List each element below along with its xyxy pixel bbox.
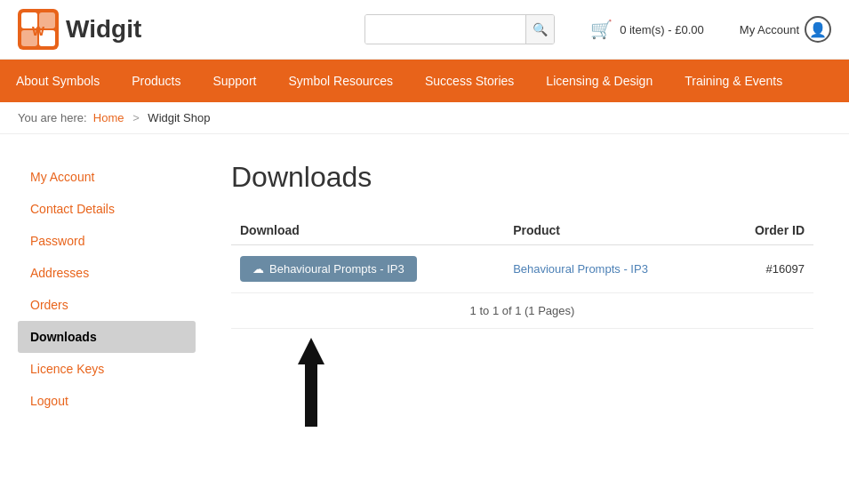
search-icon: 🔍 (533, 22, 548, 36)
nav-about-symbols[interactable]: About Symbols (0, 60, 116, 102)
nav-products[interactable]: Products (116, 60, 196, 102)
sidebar-item-licence-keys[interactable]: Licence Keys (18, 353, 196, 385)
site-header: w Widgit 🔍 🛒 0 item(s) - £0.00 My Accoun… (0, 0, 849, 60)
table-header: Download Product Order ID (231, 216, 813, 245)
col-product: Product (504, 216, 718, 245)
nav-training[interactable]: Training & Events (669, 60, 798, 102)
col-order-id: Order ID (718, 216, 813, 245)
person-icon: 👤 (809, 21, 827, 38)
pagination-text: 1 to 1 of 1 (1 Pages) (231, 293, 813, 329)
breadcrumb-current: Widgit Shop (148, 111, 210, 124)
sidebar-item-logout[interactable]: Logout (18, 385, 196, 417)
order-id-cell: #16097 (718, 245, 813, 293)
arrow-annotation (231, 329, 813, 436)
download-button[interactable]: ☁ Behavioural Prompts - IP3 (240, 256, 417, 282)
nav-licensing[interactable]: Licensing & Design (530, 60, 669, 102)
sidebar-item-downloads[interactable]: Downloads (18, 321, 196, 353)
account-text: My Account (740, 23, 799, 36)
downloads-table: Download Product Order ID ☁ Behavioural … (231, 216, 813, 329)
search-form: 🔍 (364, 14, 555, 44)
sidebar-item-addresses[interactable]: Addresses (18, 257, 196, 289)
logo-icon: w (18, 9, 59, 50)
search-input[interactable] (365, 15, 525, 44)
page-title: Downloads (231, 161, 813, 194)
svg-text:w: w (31, 21, 45, 39)
breadcrumb-home[interactable]: Home (93, 111, 124, 124)
main-content: My Account Contact Details Password Addr… (0, 134, 849, 490)
nav-success-stories[interactable]: Success Stories (409, 60, 530, 102)
cart-icon: 🛒 (590, 19, 613, 40)
logo-link[interactable]: w Widgit (18, 9, 141, 50)
nav-support[interactable]: Support (196, 60, 272, 102)
download-btn-label: Behavioural Prompts - IP3 (269, 262, 404, 276)
nav-symbol-resources[interactable]: Symbol Resources (272, 60, 409, 102)
cloud-download-icon: ☁ (252, 262, 264, 276)
breadcrumb-prefix: You are here: (18, 111, 90, 124)
arrow-svg (293, 338, 329, 427)
cart-area[interactable]: 🛒 0 item(s) - £0.00 (590, 19, 704, 40)
cart-text: 0 item(s) - £0.00 (620, 23, 704, 36)
table-row: ☁ Behavioural Prompts - IP3 Behavioural … (231, 245, 813, 293)
nav-bar: About Symbols Products Support Symbol Re… (0, 60, 849, 102)
logo-text: Widgit (66, 15, 141, 44)
content-area: Downloads Download Product Order ID ☁ Be… (213, 152, 831, 472)
sidebar-item-orders[interactable]: Orders (18, 289, 196, 321)
sidebar-item-my-account[interactable]: My Account (18, 161, 196, 193)
table-body: ☁ Behavioural Prompts - IP3 Behavioural … (231, 245, 813, 329)
sidebar: My Account Contact Details Password Addr… (18, 161, 196, 472)
download-cell: ☁ Behavioural Prompts - IP3 (231, 245, 504, 293)
svg-marker-6 (298, 338, 324, 427)
search-button[interactable]: 🔍 (525, 15, 554, 44)
pagination-row: 1 to 1 of 1 (1 Pages) (231, 293, 813, 329)
col-download: Download (231, 216, 504, 245)
product-cell: Behavioural Prompts - IP3 (504, 245, 718, 293)
sidebar-item-password[interactable]: Password (18, 225, 196, 257)
account-icon: 👤 (805, 16, 831, 43)
breadcrumb-separator: > (132, 111, 140, 124)
account-area[interactable]: My Account 👤 (740, 16, 831, 43)
sidebar-item-contact-details[interactable]: Contact Details (18, 193, 196, 225)
breadcrumb: You are here: Home > Widgit Shop (0, 102, 849, 134)
product-link[interactable]: Behavioural Prompts - IP3 (513, 262, 648, 276)
